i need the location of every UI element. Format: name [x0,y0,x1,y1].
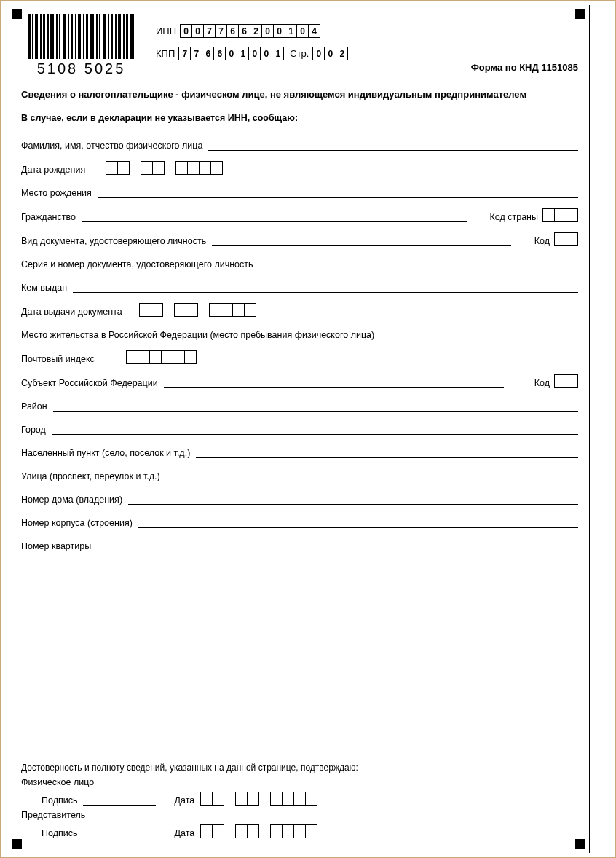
fio-label: Фамилия, имя, отчество физического лица [21,141,208,151]
svg-rect-24 [123,14,125,59]
subject-rf-label: Субъект Российской Федерации [21,378,164,388]
city-label: Город [21,425,52,435]
form-frame: 5108 5025 ИНН 007766200104 КПП 776601001… [8,5,590,853]
subject-code-cells[interactable] [554,374,578,388]
svg-rect-15 [86,14,88,59]
rep-date-day[interactable] [200,824,224,838]
page-cells: 002 [312,47,348,60]
person-date-year[interactable] [270,792,317,806]
form-body: Сведения о налогоплательщике - физическо… [21,89,578,562]
district-input[interactable] [53,399,578,412]
date-label: Дата [174,795,194,806]
tax-form-page: 5108 5025 ИНН 007766200104 КПП 776601001… [0,0,616,858]
svg-rect-0 [28,14,31,59]
doc-code-cells[interactable] [554,232,578,246]
pob-label: Место рождения [21,188,98,198]
svg-rect-17 [96,14,98,59]
doc-type-input[interactable] [212,234,511,246]
issue-date-label: Дата выдачи документа [21,307,128,317]
barcode-icon [28,14,134,59]
svg-rect-18 [99,14,100,59]
corner-marker [12,9,22,19]
form-subtitle: В случае, если в декларации не указывает… [21,113,578,123]
inn-cells: 007766200104 [180,24,320,38]
district-label: Район [21,401,53,412]
svg-rect-13 [78,14,81,59]
person-date-month[interactable] [235,792,259,806]
kpp-label: КПП [156,48,175,59]
corner-marker [575,9,585,19]
person-label: Физическое лицо [21,777,94,787]
country-code-cells[interactable] [542,208,578,222]
dob-day[interactable] [106,161,130,175]
svg-rect-2 [35,14,38,59]
svg-rect-3 [40,14,42,59]
fio-input[interactable] [208,138,578,151]
building-input[interactable] [138,516,578,528]
svg-rect-12 [75,14,76,59]
svg-rect-19 [103,14,106,59]
svg-rect-22 [115,14,117,59]
subject-rf-input[interactable] [164,376,504,388]
corner-marker [575,839,585,849]
postal-cells[interactable] [126,350,197,364]
barcode-number: 5108 5025 [28,61,134,76]
subject-code-label: Код [526,378,554,388]
svg-rect-23 [118,14,121,59]
kpp-cells: 776601001 [178,47,284,60]
barcode: 5108 5025 [28,14,134,72]
page-label: Стр. [290,48,309,59]
svg-rect-16 [90,14,94,59]
house-input[interactable] [128,492,578,505]
rep-date-year[interactable] [270,824,317,838]
issue-day[interactable] [139,303,163,317]
issued-by-input[interactable] [73,280,578,293]
pob-input[interactable] [98,186,578,198]
svg-rect-8 [59,14,60,59]
form-title: Сведения о налогоплательщике - физическо… [21,89,578,100]
house-label: Номер дома (владения) [21,495,128,505]
dob-month[interactable] [141,161,165,175]
svg-rect-6 [50,14,54,59]
settlement-input[interactable] [196,446,578,458]
dob-year[interactable] [175,161,223,175]
citizenship-input[interactable] [82,210,467,222]
svg-rect-4 [43,14,45,59]
apartment-input[interactable] [97,539,578,551]
svg-rect-14 [83,14,84,59]
country-code-label: Код страны [481,212,543,222]
citizenship-label: Гражданство [21,212,82,222]
confirm-text: Достоверность и полноту сведений, указан… [21,763,578,773]
issue-year[interactable] [209,303,256,317]
svg-rect-26 [130,14,134,59]
city-input[interactable] [52,422,578,435]
svg-rect-10 [68,14,69,59]
header-identifiers: ИНН 007766200104 КПП 776601001 Стр. 002 [156,24,348,69]
issued-by-label: Кем выдан [21,283,73,293]
svg-rect-1 [32,14,33,59]
svg-rect-9 [63,14,66,59]
date-label: Дата [174,828,194,838]
settlement-label: Населенный пункт (село, поселок и т.д.) [21,448,196,458]
street-label: Улица (проспект, переулок и т.д.) [21,471,166,481]
person-date-day[interactable] [200,792,224,806]
rep-date-month[interactable] [235,824,259,838]
building-label: Номер корпуса (строения) [21,518,138,528]
doc-type-label: Вид документа, удостоверяющего личность [21,236,212,246]
svg-rect-5 [47,14,49,59]
dob-label: Дата рождения [21,165,91,175]
sign-label: Подпись [42,795,77,806]
svg-rect-11 [71,14,73,59]
apartment-label: Номер квартиры [21,541,97,551]
rep-sign-input[interactable] [83,827,156,838]
corner-marker [12,839,22,849]
doc-series-input[interactable] [259,257,578,269]
issue-month[interactable] [174,303,198,317]
doc-code-label: Код [526,236,554,246]
street-input[interactable] [166,469,578,481]
rep-label: Представитель [21,810,85,820]
person-sign-input[interactable] [83,794,156,806]
postal-label: Почтовый индекс [21,354,100,364]
signature-block: Достоверность и полноту сведений, указан… [21,763,578,838]
svg-rect-20 [108,14,109,59]
